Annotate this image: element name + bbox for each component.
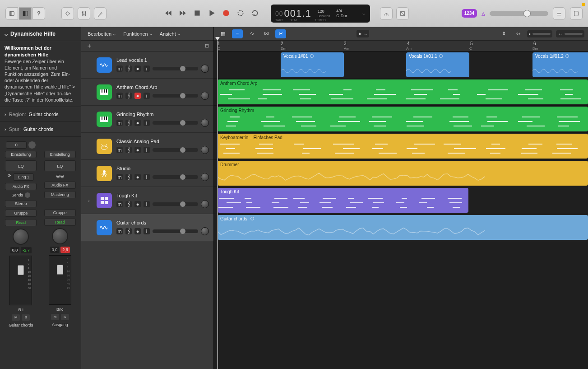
track-header[interactable]: Anthem Chord Arpm𝄞●i — [81, 79, 213, 106]
headphone-icon[interactable]: 𝄞 — [125, 93, 132, 99]
count-badge[interactable]: 1234 — [462, 9, 477, 18]
play-button[interactable] — [208, 9, 216, 18]
midi-region[interactable]: Anthem Chord Arp — [218, 79, 588, 104]
inspector-button[interactable] — [19, 7, 32, 20]
input-monitor-icon[interactable]: i — [144, 147, 150, 153]
track-lane[interactable]: Guitar chords — [214, 214, 588, 241]
audiofx-slot[interactable]: Audio FX — [5, 183, 37, 190]
flex-icon[interactable]: ⋈ — [261, 29, 272, 38]
input-slot[interactable]: Eing 1 — [13, 173, 34, 181]
chevron-right-icon[interactable]: › — [86, 198, 92, 203]
group-slot[interactable]: Gruppe — [5, 210, 37, 217]
mute-icon[interactable]: m — [116, 174, 123, 180]
audiofx-slot[interactable]: Audio FX — [44, 182, 76, 189]
record-enable-icon[interactable]: ● — [134, 147, 141, 153]
mute-icon[interactable]: m — [116, 65, 123, 72]
menu-bearbeiten[interactable]: Bearbeiten ⌵ — [85, 29, 119, 38]
input-monitor-icon[interactable]: i — [144, 201, 150, 207]
automation-mode[interactable]: Read — [5, 219, 37, 226]
countoff-icon[interactable] — [396, 7, 409, 20]
channel-gain[interactable]: 0 — [6, 141, 27, 149]
lcd-display[interactable]: 00 001.1 128 Behalten 4/4 C-Dur ⌵ TAKTBE… — [271, 5, 370, 23]
stop-button[interactable] — [193, 9, 201, 18]
tuner-icon[interactable] — [380, 7, 393, 20]
library-button[interactable] — [5, 7, 18, 20]
volume-fader[interactable]: 6051020304060 — [9, 256, 32, 305]
track-pan-knob[interactable] — [201, 173, 209, 181]
track-pan-knob[interactable] — [201, 200, 209, 208]
headphone-icon[interactable]: 𝄞 — [125, 174, 132, 180]
pan-knob[interactable] — [52, 228, 68, 244]
record-enable-icon[interactable]: ● — [134, 174, 141, 180]
input-monitor-icon[interactable]: i — [144, 65, 150, 72]
timeline-ruler[interactable]: 123456CDmAmAmCDm — [218, 41, 588, 51]
track-volume-slider[interactable] — [153, 229, 198, 233]
cycle-button[interactable] — [251, 9, 259, 18]
headphone-icon[interactable]: 𝄞 — [125, 65, 132, 72]
record-button[interactable] — [222, 9, 230, 18]
midi-region[interactable]: Grinding Rhythm — [218, 107, 588, 131]
mute-button[interactable]: M — [12, 314, 20, 321]
automation-mode[interactable]: Read — [44, 219, 76, 226]
input-monitor-icon[interactable]: i — [144, 93, 150, 99]
help-header[interactable]: ⌵ Dynamische Hilfe — [0, 27, 81, 41]
metronome-icon[interactable]: ▵ — [482, 9, 485, 18]
record-enable-icon[interactable]: ● — [134, 201, 141, 207]
edit-icon[interactable] — [94, 7, 106, 20]
gain-knob[interactable] — [28, 141, 36, 149]
volume-fader[interactable]: 6051020304060 — [49, 255, 71, 305]
vzoom-fit-icon[interactable]: ⇕ — [498, 29, 509, 38]
region-info-row[interactable]: › Region: Guitar chords — [0, 107, 81, 121]
track-volume-slider[interactable] — [153, 67, 198, 70]
track-header[interactable]: Lead vocals 1m𝄞●i — [81, 51, 213, 79]
playhead[interactable] — [218, 41, 218, 369]
pointer-tool-select[interactable]: ▸ ⌵ — [357, 30, 369, 37]
group-slot[interactable]: Gruppe — [44, 209, 76, 216]
midi-region[interactable]: Tough Kit — [218, 188, 468, 213]
headphone-icon[interactable]: 𝄞 — [125, 120, 132, 126]
midi-region[interactable]: Keyboarder:in – Einfaches Pad — [218, 134, 588, 159]
menu-ansicht[interactable]: Ansicht ⌵ — [157, 29, 183, 38]
mixer-icon[interactable] — [78, 7, 90, 20]
track-header[interactable]: Classic Analog Padm𝄞●i — [81, 133, 213, 160]
input-monitor-icon[interactable]: i — [144, 228, 150, 234]
audio-region[interactable]: Vocals 1#01.2 — [532, 52, 588, 77]
track-header-config-icon[interactable]: ⊟ — [205, 43, 209, 49]
solo-button[interactable]: S — [22, 314, 30, 321]
track-pan-knob[interactable] — [201, 119, 209, 127]
track-lane[interactable]: Drummer — [214, 160, 588, 187]
audio-region[interactable]: Guitar chords — [218, 215, 588, 240]
mute-icon[interactable]: m — [116, 93, 123, 99]
track-header[interactable]: Guitar chordsm𝄞●i — [81, 214, 213, 241]
view-list-icon[interactable]: ≡ — [232, 29, 243, 38]
mute-icon[interactable]: m — [116, 147, 123, 153]
audio-region[interactable]: Vocals 1#01 — [281, 52, 344, 77]
pan-knob[interactable] — [13, 229, 29, 245]
input-monitor-icon[interactable]: i — [144, 120, 150, 126]
list-editors-button[interactable] — [553, 7, 565, 20]
add-track-button[interactable]: ＋ — [86, 42, 93, 50]
record-enable-icon[interactable]: ● — [134, 120, 141, 126]
eq-button[interactable]: EQ — [44, 160, 76, 171]
audio-region[interactable]: Vocals 1#01.1 — [406, 52, 469, 77]
mute-button[interactable]: M — [51, 314, 59, 320]
track-lane[interactable]: Grinding Rhythm — [214, 106, 588, 133]
hzoom-fit-icon[interactable]: ⇔ — [513, 29, 523, 38]
help-button[interactable]: ? — [32, 7, 45, 20]
track-pan-knob[interactable] — [201, 146, 209, 154]
mute-icon[interactable]: m — [116, 120, 123, 126]
track-lane[interactable]: Anthem Chord Arp — [214, 79, 588, 106]
cycle-record-button[interactable] — [236, 9, 245, 18]
headphone-icon[interactable]: 𝄞 — [125, 147, 132, 153]
setting-button[interactable]: Einstellung — [44, 151, 76, 158]
track-volume-slider[interactable] — [153, 94, 198, 98]
track-header[interactable]: ›Tough Kitm𝄞●i — [81, 187, 213, 214]
track-volume-slider[interactable] — [153, 175, 198, 179]
track-pan-knob[interactable] — [201, 227, 209, 235]
input-monitor-icon[interactable]: i — [144, 174, 150, 180]
track-header[interactable]: Grinding Rhythmm𝄞●i — [81, 106, 213, 133]
forward-button[interactable] — [179, 9, 187, 18]
record-enable-icon[interactable]: ● — [134, 228, 141, 234]
output-slot[interactable]: Stereo — [5, 200, 37, 207]
audio-region[interactable]: Drummer — [218, 161, 588, 186]
